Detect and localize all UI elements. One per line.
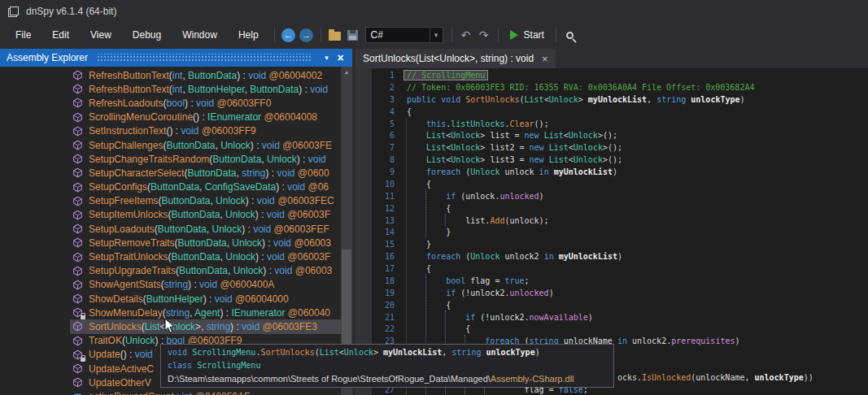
- tree-item-label: SortUnlocks(List<Unlock>, string) : void…: [89, 321, 317, 332]
- menu-item-help[interactable]: Help: [228, 23, 269, 47]
- tree-item[interactable]: ScrollingMenuCoroutine() : IEnumerator @…: [70, 111, 352, 124]
- tree-item-label: RefreshButtonText(int, ButtonHelper, But…: [89, 84, 328, 95]
- code-line: 6 List<Unlock> list = new List<Unlock>()…: [355, 130, 868, 142]
- mouse-cursor: [164, 318, 176, 334]
- dnspy-logo-icon: [8, 7, 19, 17]
- code-line: 16 foreach (Unlock unlock2 in myUnlockLi…: [355, 251, 868, 263]
- tree-item-label: SetupUpgradeTraits(ButtonData, Unlock) :…: [89, 265, 332, 276]
- method-icon: [72, 70, 83, 80]
- redo-button[interactable]: ↷: [475, 26, 493, 44]
- tree-item[interactable]: RefreshButtonText(int, ButtonHelper, But…: [70, 82, 352, 96]
- tree-item[interactable]: SetupUpgradeTraits(ButtonData, Unlock) :…: [70, 264, 352, 278]
- tab-sortunlocks[interactable]: SortUnlocks(List<Unlock>, string) : void…: [355, 49, 556, 68]
- code-line: 19 if (!unlock2.unlocked): [355, 288, 868, 300]
- line-number: 8: [355, 154, 395, 167]
- code-line: 8 List<Unlock> list3 = new List<Unlock>(…: [355, 154, 868, 167]
- line-number: 4: [355, 106, 395, 119]
- code-line: 15 }: [355, 239, 868, 251]
- tree-item-label: RefreshLoadouts(bool) : void @06003FF0: [89, 98, 271, 109]
- tree-item-label: SetInstructionText() : void @06003FF9: [89, 125, 256, 137]
- tree-item[interactable]: ShowDetails(ButtonHelper) : void @060040…: [70, 292, 352, 306]
- menu-item-file[interactable]: File: [5, 23, 41, 47]
- tree-item-label: SetupTraitUnlocks(ButtonData, Unlock) : …: [89, 251, 330, 263]
- tree-item[interactable]: SetupRemoveTraits(ButtonData, Unlock) : …: [70, 236, 352, 250]
- search-button[interactable]: [561, 26, 579, 44]
- menu-bar: FileEditViewDebugWindowHelp: [5, 23, 269, 47]
- menu-item-window[interactable]: Window: [172, 23, 228, 47]
- tree-item[interactable]: SetupItemUnlocks(ButtonData, Unlock) : v…: [70, 208, 352, 222]
- tab-label: SortUnlocks(List<Unlock>, string) : void: [363, 53, 534, 64]
- method-icon: [72, 167, 83, 178]
- line-number: 21: [355, 312, 395, 324]
- code-line: 10 {: [355, 179, 868, 191]
- tree-item[interactable]: ShowMenuDelay(string, Agent) : IEnumerat…: [70, 306, 352, 319]
- line-number: 9: [355, 167, 395, 179]
- menu-item-view[interactable]: View: [80, 23, 122, 47]
- line-number: 22: [355, 323, 395, 336]
- method-icon: [72, 363, 83, 374]
- tree-item[interactable]: RefreshButtonText(int, ButtonData) : voi…: [70, 68, 352, 82]
- panel-header: Assembly Explorer ▾ ×: [0, 49, 352, 67]
- open-file-button[interactable]: [326, 26, 344, 44]
- menu-item-debug[interactable]: Debug: [122, 23, 172, 47]
- tree-item[interactable]: SetupTraitUnlocks(ButtonData, Unlock) : …: [70, 250, 352, 263]
- method-icon: [72, 112, 83, 123]
- tree-item[interactable]: SetupChangeTraitsRandom(ButtonData, Unlo…: [70, 152, 352, 166]
- line-number: 11: [355, 191, 395, 203]
- indent-guide: [425, 189, 426, 237]
- code-line: 14 }: [355, 227, 868, 239]
- tree-item[interactable]: SetupChallenges(ButtonData, Unlock) : vo…: [70, 138, 352, 152]
- method-icon: [72, 293, 83, 304]
- method-icon: [72, 84, 83, 94]
- nav-back-button[interactable]: ←: [280, 26, 298, 44]
- tree-item-label: SetupItemUnlocks(ButtonData, Unlock) : v…: [89, 209, 330, 220]
- code-line: 4{: [355, 106, 868, 119]
- code-line: 9 foreach (Unlock unlock in myUnlockList…: [355, 167, 868, 179]
- chevron-down-icon[interactable]: ▾: [430, 28, 443, 42]
- tree-item-label: SetupRemoveTraits(ButtonData, Unlock) : …: [89, 237, 331, 249]
- toolbar-separator: [321, 28, 321, 42]
- line-number: 13: [355, 215, 395, 228]
- forward-arrow-icon: →: [299, 28, 313, 42]
- play-icon: [510, 30, 518, 40]
- method-icon: [72, 321, 83, 332]
- tree-item[interactable]: RefreshLoadouts(bool) : void @06003FF0: [70, 96, 352, 110]
- tree-item[interactable]: ShowAgentStats(string) : void @0600400A: [70, 278, 352, 292]
- tree-item-label: activeRewardCount : int @040050AF: [89, 391, 250, 395]
- language-select-value: C#: [366, 29, 430, 41]
- tab-close-icon[interactable]: ×: [542, 54, 548, 64]
- tree-item[interactable]: SetupConfigs(ButtonData, ConfigSaveData)…: [70, 180, 352, 194]
- toolbar-separator: [274, 28, 275, 42]
- method-icon: [72, 377, 83, 388]
- undo-button[interactable]: ↶: [457, 26, 475, 44]
- save-all-button[interactable]: [344, 26, 362, 44]
- method-icon: [72, 126, 83, 137]
- code-line: 20 {: [355, 300, 868, 312]
- code-line: 2// Token: 0x06003FE3 RID: 16355 RVA: 0x…: [355, 82, 868, 94]
- panel-menu-button[interactable]: ▾: [320, 51, 334, 65]
- tree-item[interactable]: activeRewardCount : int @040050AF: [70, 389, 352, 395]
- line-number: 3: [355, 94, 395, 106]
- tree-item[interactable]: SetupLoadouts(ButtonData, Unlock) : void…: [70, 222, 352, 236]
- nav-forward-button[interactable]: →: [298, 26, 316, 44]
- line-number: 17: [355, 263, 395, 276]
- scroll-up-icon[interactable]: ▲: [341, 67, 352, 78]
- tree-item[interactable]: SetInstructionText() : void @06003FF9: [70, 124, 352, 138]
- tooltip-path: D:\Steam\steamapps\common\Streets of Rog…: [168, 372, 607, 385]
- language-select[interactable]: C# ▾: [365, 27, 443, 43]
- tree-item[interactable]: SortUnlocks(List<Unlock>, string) : void…: [70, 319, 352, 333]
- line-number: 10: [355, 179, 395, 191]
- tree-item-label: ShowAgentStats(string) : void @0600400A: [89, 279, 274, 290]
- method-icon: [72, 237, 83, 248]
- menu-toolbar-row: FileEditViewDebugWindowHelp ← → C# ▾ ↶ ↷…: [0, 23, 868, 47]
- start-debug-button[interactable]: Start: [504, 26, 551, 44]
- panel-drag-grip[interactable]: [96, 54, 312, 62]
- method-icon: [72, 154, 83, 164]
- line-number: 15: [355, 239, 395, 251]
- panel-close-button[interactable]: ×: [334, 51, 347, 65]
- tree-item[interactable]: SetupFreeItems(ButtonData, Unlock) : voi…: [70, 194, 352, 208]
- tree-item[interactable]: SetupCharacterSelect(ButtonData, string)…: [70, 166, 352, 180]
- tree-item-label: UpdateActiveC: [89, 363, 154, 375]
- menu-item-edit[interactable]: Edit: [41, 23, 80, 47]
- toolbar-separator: [556, 28, 556, 42]
